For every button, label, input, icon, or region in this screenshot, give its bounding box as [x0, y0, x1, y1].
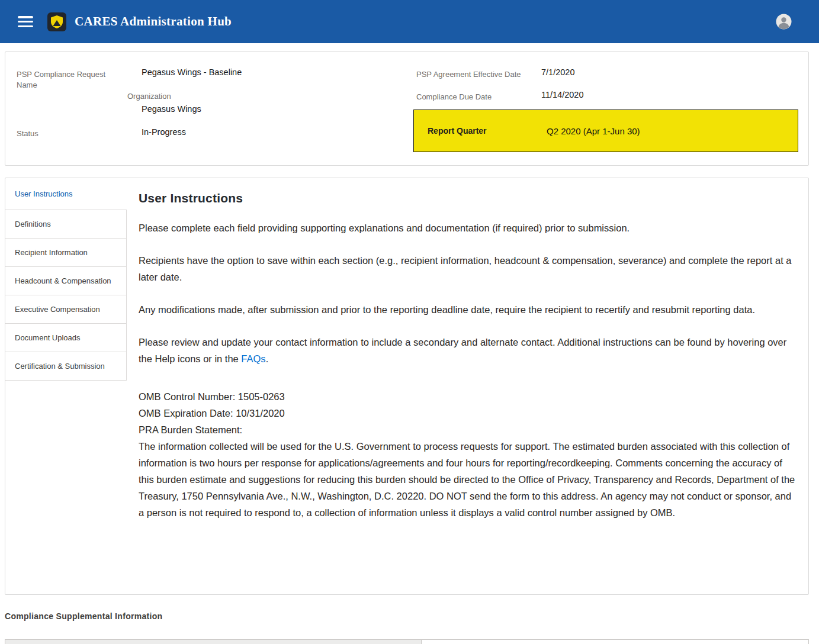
omb-expiration-date: OMB Expiration Date: 10/31/2020: [139, 408, 285, 418]
instruction-paragraph-2: Recipients have the option to save withi…: [139, 252, 798, 285]
tab-recipient-information[interactable]: Recipient Information: [5, 239, 127, 267]
tab-document-uploads[interactable]: Document Uploads: [5, 324, 127, 352]
supplemental-table-partial: [5, 639, 809, 644]
user-avatar-icon[interactable]: [776, 14, 792, 30]
instruction-paragraph-1: Please complete each field providing sup…: [139, 220, 798, 236]
top-nav-bar: CARES Administration Hub: [0, 0, 819, 43]
instruction-paragraph-3: Any modifications made, after submission…: [139, 301, 798, 318]
instruction-paragraph-4-text: Please review and update your contact in…: [139, 337, 786, 364]
omb-block: OMB Control Number: 1505-0263 OMB Expira…: [139, 388, 798, 521]
status-value: In-Progress: [142, 127, 186, 138]
instruction-paragraph-4-period: .: [266, 353, 269, 364]
tab-executive-compensation[interactable]: Executive Compensation: [5, 295, 127, 324]
organization-value: Pegasus Wings: [142, 104, 201, 115]
faqs-link[interactable]: FAQs: [241, 353, 265, 364]
supplemental-table-value-cell: [422, 640, 808, 644]
pra-burden-label: PRA Burden Statement:: [139, 424, 242, 435]
effective-date-label: PSP Agreement Effective Date: [416, 69, 521, 80]
status-label: Status: [17, 128, 38, 139]
tab-headcount-compensation[interactable]: Headcount & Compensation: [5, 267, 127, 295]
supplemental-section-title: Compliance Supplemental Information: [5, 611, 162, 621]
due-date-value: 11/14/2020: [541, 89, 584, 101]
tab-certification-submission[interactable]: Certification & Submission: [5, 352, 127, 381]
effective-date-value: 7/1/2020: [541, 67, 574, 78]
app-title: CARES Administration Hub: [75, 14, 232, 29]
omb-control-number: OMB Control Number: 1505-0263: [139, 391, 285, 402]
report-quarter-value: Q2 2020 (Apr 1-Jun 30): [547, 126, 640, 136]
tab-group: Definitions Recipient Information Headco…: [5, 210, 127, 381]
instruction-paragraph-4: Please review and update your contact in…: [139, 334, 798, 367]
tab-user-instructions[interactable]: User Instructions: [5, 178, 127, 210]
report-main-card: User Instructions Definitions Recipient …: [5, 178, 809, 595]
organization-label: Organization: [127, 91, 171, 102]
hamburger-menu-icon[interactable]: [18, 16, 33, 27]
due-date-label: Compliance Due Date: [416, 92, 492, 102]
supplemental-table-header-cell: [5, 640, 422, 644]
panel-heading: User Instructions: [139, 191, 798, 205]
request-name-value: Pegasus Wings - Baseline: [142, 67, 242, 78]
cares-logo-icon: [47, 12, 66, 31]
pra-burden-text: The information collected will be used f…: [139, 441, 795, 518]
request-name-label: PSP Compliance Request Name: [17, 69, 108, 91]
section-tab-list: User Instructions Definitions Recipient …: [5, 178, 127, 594]
report-quarter-label: Report Quarter: [428, 126, 547, 136]
tab-definitions[interactable]: Definitions: [5, 210, 127, 239]
user-instructions-panel: User Instructions Please complete each f…: [127, 178, 808, 594]
compliance-summary-card: PSP Compliance Request Name Pegasus Wing…: [5, 51, 809, 166]
report-quarter-highlight: Report Quarter Q2 2020 (Apr 1-Jun 30): [413, 110, 798, 152]
